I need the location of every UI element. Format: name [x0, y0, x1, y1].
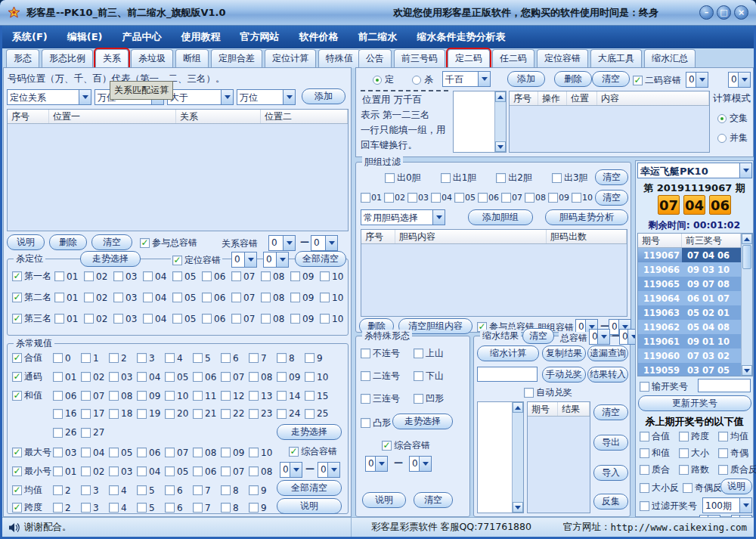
out-dan-checkbox-出2胆[interactable]: 出2胆 — [496, 172, 532, 184]
result-side-clear-button[interactable]: 清空 — [593, 404, 628, 420]
left-tab-6[interactable]: 定位计算 — [265, 49, 316, 68]
menu-item-2[interactable]: 产品中心 — [113, 30, 172, 44]
num-checkbox-02[interactable]: 02 — [84, 271, 113, 282]
left-tab-4[interactable]: 断组 — [175, 49, 209, 68]
twocode-tol-to-select[interactable]: 0 — [728, 72, 751, 88]
num-checkbox-14[interactable]: 14 — [277, 391, 305, 401]
position-pair-select[interactable]: 千百 — [442, 71, 491, 87]
num-checkbox-0[interactable]: 0 — [53, 353, 81, 364]
num-checkbox-8[interactable]: 8 — [277, 353, 305, 364]
dan-num-checkbox-05[interactable]: 05 — [454, 193, 478, 203]
dan-num-checkbox-01[interactable]: 01 — [361, 193, 384, 203]
num-checkbox-3[interactable]: 3 — [137, 353, 165, 364]
num-checkbox-06[interactable]: 06 — [202, 271, 231, 282]
menu-item-7[interactable]: 缩水条件走势分析表 — [407, 30, 516, 44]
regular-combo-tolerance-checkbox[interactable]: ✓综合容错 — [289, 445, 337, 458]
scrollbar-track[interactable] — [495, 102, 506, 141]
kill-regular-info-button[interactable]: 说明 — [277, 498, 342, 514]
minimize-button[interactable]: – — [699, 5, 714, 20]
relation-join-total-checkbox[interactable]: ✓参与总容错 — [140, 237, 197, 249]
kill-sum-checkbox[interactable]: 和值 — [640, 447, 670, 460]
num-checkbox-02[interactable]: 02 — [81, 466, 109, 477]
num-checkbox-8[interactable]: 8 — [221, 503, 249, 513]
num-checkbox-01[interactable]: 01 — [54, 293, 84, 303]
num-checkbox-08[interactable]: 08 — [109, 391, 137, 401]
manual-prize-button[interactable]: 手动兑奖 — [542, 367, 586, 383]
table-row-6[interactable]: 11906109 01 10 — [638, 334, 741, 348]
union-radio[interactable]: 并集 — [717, 132, 748, 144]
enter-draw-checkbox[interactable]: 输开奖号 — [640, 380, 688, 393]
num-checkbox-18[interactable]: 18 — [109, 408, 137, 419]
common-dan-select[interactable]: 常用胆码选择 — [361, 209, 445, 225]
num-checkbox-04[interactable]: 04 — [143, 293, 172, 303]
num-checkbox-03[interactable]: 03 — [113, 293, 143, 303]
num-checkbox-06[interactable]: 06 — [137, 448, 165, 458]
num-checkbox-6[interactable]: 6 — [221, 353, 249, 364]
num-checkbox-02[interactable]: 02 — [84, 314, 113, 324]
left-tab-2[interactable]: 关系 — [95, 49, 129, 68]
num-checkbox-09[interactable]: 09 — [277, 372, 305, 383]
num-checkbox-04[interactable]: 04 — [143, 314, 172, 324]
menu-item-6[interactable]: 前二缩水 — [349, 30, 407, 44]
right-tab-2[interactable]: 定二码 — [448, 49, 490, 68]
num-checkbox-15[interactable]: 15 — [305, 391, 333, 401]
kill-prime-checkbox[interactable]: 质合 — [640, 463, 670, 476]
shrink-calc-button[interactable]: 缩水计算 — [477, 345, 539, 361]
table-row-8[interactable]: 11905903 07 05 — [638, 363, 741, 376]
draw-number-input[interactable] — [698, 379, 751, 392]
menu-item-3[interactable]: 使用教程 — [172, 30, 231, 44]
num-checkbox-08[interactable]: 08 — [261, 271, 290, 282]
left-tab-5[interactable]: 定胆合差 — [211, 49, 262, 68]
kill-prime-inverse-checkbox[interactable]: 质合反 — [718, 463, 756, 476]
prize-table-body[interactable] — [528, 417, 590, 513]
num-checkbox-9[interactable]: 9 — [249, 503, 277, 513]
result-clear-button[interactable]: 清空 — [522, 328, 554, 344]
relation-info-button[interactable]: 说明 — [7, 234, 45, 250]
special-trend-button[interactable]: 走势选择 — [392, 414, 453, 429]
kill-radio[interactable]: 杀 — [412, 73, 433, 86]
num-checkbox-03[interactable]: 03 — [109, 372, 137, 383]
num-checkbox-05[interactable]: 05 — [165, 372, 193, 383]
num-checkbox-04[interactable]: 04 — [81, 448, 109, 458]
num-checkbox-07[interactable]: 07 — [221, 466, 249, 477]
out-dan-checkbox-出3胆[interactable]: 出3胆 — [552, 172, 588, 184]
num-checkbox-07[interactable]: 07 — [221, 372, 249, 383]
two-consecutive-checkbox[interactable]: 二连号 — [361, 370, 400, 383]
leader-checkbox[interactable]: ✓通码 — [12, 370, 42, 383]
num-checkbox-5[interactable]: 5 — [137, 503, 165, 513]
dingerma-table-body[interactable] — [510, 106, 709, 152]
maximize-button[interactable]: □ — [717, 5, 731, 20]
num-checkbox-07[interactable]: 07 — [231, 293, 261, 303]
num-checkbox-13[interactable]: 13 — [249, 391, 277, 401]
kill-position-clear-all-button[interactable]: 全部清空 — [295, 251, 346, 267]
table-row-7[interactable]: 11906007 03 02 — [638, 348, 741, 363]
num-checkbox-05[interactable]: 05 — [109, 448, 137, 458]
dingerma-delete-button[interactable]: 删除 — [554, 71, 592, 87]
num-checkbox-09[interactable]: 09 — [290, 293, 320, 303]
num-checkbox-07[interactable]: 07 — [81, 391, 109, 401]
num-checkbox-07[interactable]: 07 — [165, 448, 193, 458]
leader-checkbox[interactable]: ✓合值 — [12, 352, 42, 364]
scroll-up-button[interactable] — [742, 234, 752, 244]
total-tol-from-select[interactable]: 0 — [589, 329, 610, 345]
status-website-url[interactable]: http://www.caikexing.com — [610, 522, 747, 533]
special-info-button[interactable]: 说明 — [362, 492, 406, 508]
kill-regular-clear-all-button[interactable]: 全部清空 — [277, 480, 342, 496]
num-checkbox-7[interactable]: 7 — [249, 353, 277, 364]
no-consecutive-checkbox[interactable]: 不连号 — [361, 347, 400, 360]
num-checkbox-25[interactable]: 25 — [305, 408, 333, 419]
dingerma-clear-button[interactable]: 清空 — [592, 71, 630, 87]
kill-kuadu-checkbox[interactable]: 跨度 — [679, 430, 709, 443]
dan-num-checkbox-06[interactable]: 06 — [478, 193, 501, 203]
kill-regular-trend-button[interactable]: 走势选择 — [277, 424, 342, 440]
danzu-table-body[interactable] — [361, 244, 627, 316]
danzu-trend-button[interactable]: 胆码走势分析 — [545, 209, 628, 225]
auto-prize-checkbox[interactable]: 自动兑奖 — [524, 386, 572, 399]
position-tol-from-select[interactable]: 0 — [231, 252, 257, 268]
num-checkbox-8[interactable]: 8 — [221, 485, 249, 496]
num-checkbox-5[interactable]: 5 — [137, 485, 165, 496]
right-tab-1[interactable]: 前三号码 — [394, 49, 445, 68]
danzu-add-button[interactable]: 添加胆组 — [468, 209, 533, 225]
num-checkbox-04[interactable]: 04 — [143, 271, 172, 282]
position-two-select[interactable]: 万位 — [237, 89, 296, 105]
